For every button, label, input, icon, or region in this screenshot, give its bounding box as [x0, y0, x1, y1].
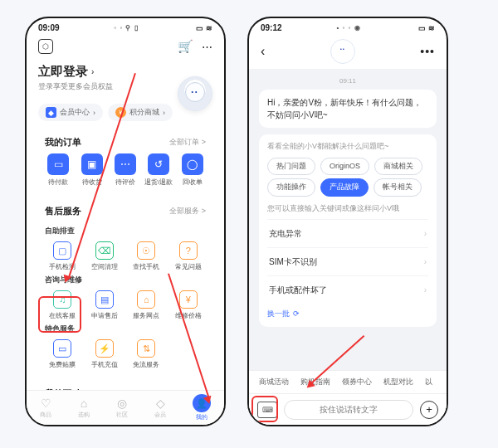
chip-account[interactable]: 帐号相关 [374, 178, 422, 197]
tab-products[interactable]: ♡商品 [40, 397, 51, 419]
self-space-clean[interactable]: ⌫空间清理 [84, 241, 126, 271]
status-icons: ◦ ◦ ⚲ ▯ [114, 24, 138, 32]
question-sim[interactable]: SIM卡不识别› [267, 247, 428, 275]
refund-icon: ↺ [148, 153, 169, 175]
heart-icon: ♡ [41, 397, 51, 410]
voice-input[interactable]: 按住说话转文字 [284, 400, 413, 420]
chip-fault[interactable]: 产品故障 [320, 178, 369, 197]
keyboard-icon[interactable]: ⌨ [257, 402, 277, 418]
status-bar: 09:09 ◦ ◦ ⚲ ▯ ▭ ≋ [27, 18, 224, 32]
quick-chips: 商城活动 购机指南 领券中心 机型对比 以 [249, 370, 447, 393]
order-pending-pay[interactable]: ▭待付款 [42, 153, 75, 187]
coin-icon: ¥ [115, 107, 126, 118]
order-refund[interactable]: ↺退货/退款 [142, 153, 175, 187]
self-phone-check[interactable]: ▢手机检测 [42, 241, 84, 271]
community-icon: ◎ [117, 397, 127, 410]
tab-community[interactable]: ◎社区 [116, 397, 128, 419]
points-mall-pill[interactable]: ¥ 积分商城› [108, 104, 173, 121]
repair-label: 咨询与维修 [42, 271, 209, 290]
price-icon: ¥ [179, 290, 198, 309]
chat-icon: ⋯ [115, 153, 136, 175]
left-phone: 09:09 ◦ ◦ ⚲ ▯ ▭ ≋ ⬡ 🛒 ⋯ 立即登录 › 登录享受更多会员权… [25, 17, 226, 426]
topup-icon: ⚡ [95, 339, 114, 358]
locate-icon: ☉ [137, 241, 155, 260]
quick-chip-compare[interactable]: 机型对比 [383, 377, 413, 387]
orders-section: 我的订单 全部订单 > ▭待付款 ▣待收货 ⋯待评价 ↺退货/退款 ◯回收单 [37, 129, 214, 192]
special-label: 特色服务 [42, 320, 209, 339]
tab-mine[interactable]: 👤我的 [193, 394, 211, 421]
doc-icon: ▤ [95, 290, 114, 309]
order-pending-review[interactable]: ⋯待评价 [109, 153, 142, 187]
self-check-label: 自助排查 [42, 222, 209, 241]
more-icon[interactable]: ••• [420, 45, 435, 58]
header-bar: ⬡ 🛒 ⋯ [27, 32, 224, 57]
box-icon: ▣ [81, 153, 103, 175]
special-data[interactable]: ⇅免流服务 [125, 339, 168, 369]
swap-button[interactable]: 换一批⟳ [267, 309, 428, 320]
self-faq[interactable]: ?常见问题 [168, 241, 210, 271]
bot-avatar[interactable] [330, 39, 355, 64]
aftersale-section: 售后服务 全部服务 > 自助排查 ▢手机检测 ⌫空间清理 ☉查找手机 ?常见问题… [37, 198, 214, 374]
repair-online-service[interactable]: ♫在线客服 [42, 290, 84, 320]
member-icon: ◇ [156, 397, 165, 410]
question-charge[interactable]: 充电异常› [267, 219, 428, 247]
aftersale-more[interactable]: 全部服务 > [169, 206, 206, 217]
faq-icon: ? [179, 241, 198, 260]
diamond-icon: ◆ [46, 107, 56, 118]
repair-location[interactable]: ⌂服务网点 [125, 290, 168, 320]
quick-chip-guide[interactable]: 购机指南 [300, 377, 330, 387]
repair-price[interactable]: ¥维修价格 [168, 290, 210, 320]
user-icon: 👤 [193, 394, 211, 412]
status-icons: • ◦ ◦ ◉ [336, 24, 360, 32]
status-time: 09:09 [38, 23, 60, 32]
wallet-icon: ▭ [47, 153, 69, 175]
member-center-pill[interactable]: ◆ 会员中心› [38, 104, 103, 121]
back-icon[interactable]: ‹ [261, 44, 265, 59]
message-icon[interactable]: ⋯ [202, 41, 212, 53]
chat-header: ‹ ••• [249, 32, 447, 69]
bag-icon: ⌂ [81, 397, 87, 410]
special-topup[interactable]: ⚡手机充值 [84, 339, 126, 369]
chat-timestamp: 09:11 [259, 77, 437, 85]
clean-icon: ⌫ [95, 241, 114, 260]
greeting-text: Hi，亲爱的V粉，新年快乐！有什么问题，不妨问问小V吧~ [267, 98, 422, 119]
sub-hint: 您可以直接输入关键词或像这样问小V哦 [267, 203, 428, 215]
login-title: 立即登录 [38, 64, 88, 80]
status-right: ▭ ≋ [193, 23, 212, 32]
chevron-right-icon: › [424, 256, 427, 268]
plus-icon[interactable]: + [420, 401, 438, 419]
film-icon: ▭ [53, 339, 71, 358]
phone-check-icon: ▢ [53, 241, 71, 260]
status-time: 09:12 [261, 23, 282, 32]
chip-mall[interactable]: 商城相关 [374, 158, 422, 176]
cart-icon[interactable]: 🛒 [178, 39, 193, 54]
tab-member[interactable]: ◇会员 [154, 397, 166, 419]
repair-apply[interactable]: ▤申请售后 [84, 290, 126, 320]
topic-bubble: 看看全能的小V都能解决什么问题吧~ 热门问题 OriginOS 商城相关 功能操… [259, 134, 437, 327]
avatar[interactable] [178, 76, 212, 111]
topic-hint: 看看全能的小V都能解决什么问题吧~ [267, 141, 428, 153]
orders-title: 我的订单 [45, 136, 81, 149]
data-icon: ⇅ [137, 339, 155, 358]
quick-chip-coupon[interactable]: 领券中心 [342, 377, 372, 387]
quick-chip-activity[interactable]: 商城活动 [259, 377, 289, 387]
settings-icon[interactable]: ⬡ [38, 39, 53, 54]
tab-bar: ♡商品 ⌂选购 ◎社区 ◇会员 👤我的 [27, 390, 224, 425]
status-bar: 09:12 • ◦ ◦ ◉ ▭ ≋ [249, 18, 447, 32]
orders-more[interactable]: 全部订单 > [169, 137, 206, 148]
chevron-right-icon: › [424, 227, 427, 240]
self-find-phone[interactable]: ☉查找手机 [125, 241, 168, 271]
chevron-right-icon: › [91, 67, 94, 76]
quick-chip-more[interactable]: 以 [425, 377, 432, 387]
order-pending-receive[interactable]: ▣待收货 [75, 153, 108, 187]
right-phone: 09:12 • ◦ ◦ ◉ ▭ ≋ ‹ ••• 09:11 Hi，亲爱的V粉，新… [247, 17, 448, 426]
tab-shop[interactable]: ⌂选购 [78, 397, 90, 419]
question-broken[interactable]: 手机或配件坏了› [267, 275, 428, 304]
chip-function[interactable]: 功能操作 [267, 178, 315, 197]
chip-hot[interactable]: 热门问题 [267, 158, 315, 176]
special-film[interactable]: ▭免费贴膜 [42, 339, 84, 369]
chip-originos[interactable]: OriginOS [320, 158, 369, 176]
order-recycle[interactable]: ◯回收单 [176, 153, 209, 187]
aftersale-title: 售后服务 [45, 205, 81, 217]
recycle-icon: ◯ [182, 153, 203, 175]
